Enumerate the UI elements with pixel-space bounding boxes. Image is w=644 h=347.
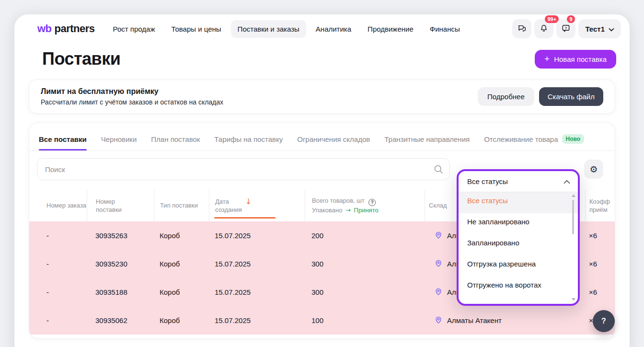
banner-text: Лимит на бесплатную приёмку Рассчитали л… [41, 87, 223, 106]
status-option[interactable]: Идёт приёмка [459, 298, 578, 306]
cell-total-items: 200 [305, 231, 425, 240]
nav-item[interactable]: Продвижение [361, 20, 420, 38]
cell-supply-number: 30935263 [87, 231, 154, 240]
new-supply-label: Новая поставка [554, 55, 607, 63]
location-pin-icon [434, 315, 443, 325]
download-file-button[interactable]: Скачать файл [539, 87, 603, 106]
tab[interactable]: План поставок [151, 135, 200, 150]
support-button[interactable]: ? 9 [556, 19, 575, 38]
warehouse-name: Алматы Атакент [447, 316, 502, 324]
help-floating-button[interactable]: ? [593, 310, 615, 332]
table-row[interactable]: - 30935062 Короб 15.07.2025 100 Алматы А… [29, 306, 615, 335]
page-title: Поставки [42, 49, 120, 69]
cell-created-date: 15.07.2025 [209, 316, 305, 324]
notifications-button[interactable]: 99+ [534, 19, 553, 38]
banner-title: Лимит на бесплатную приёмку [41, 87, 223, 96]
nav-item[interactable]: Аналитика [309, 20, 358, 38]
col-header-supply-type: Тип поставки [154, 189, 209, 221]
col-header-supply-number: Номер поставки [87, 189, 154, 221]
col-header-coefficient: Коэфф приём [585, 189, 615, 221]
tab[interactable]: Черновики [101, 135, 137, 150]
tab-label: Все поставки [39, 135, 87, 143]
cell-order-number: - [29, 316, 87, 324]
cell-created-date: 15.07.2025 [209, 288, 305, 296]
table-settings-button[interactable]: ⚙ [584, 160, 603, 179]
gear-icon: ⚙ [589, 164, 598, 174]
col-header-created-date[interactable]: Дата ↓ создания [209, 189, 305, 221]
cell-supply-type: Короб [154, 231, 209, 240]
status-options-list: Все статусы Не запланировано Запланирова… [459, 192, 578, 306]
tab[interactable]: Все поставки [39, 135, 87, 150]
banner-actions: Подробнее Скачать файл [478, 87, 603, 106]
status-selected-label: Все статусы [467, 177, 508, 185]
logo-wb-text: wb [37, 23, 52, 35]
location-pin-icon [434, 259, 443, 269]
account-menu-button[interactable]: Тест1 [578, 19, 621, 38]
sort-down-icon: ↓ [245, 197, 252, 206]
cell-supply-type: Короб [154, 288, 209, 296]
support-badge: 9 [567, 15, 575, 23]
messages-button[interactable] [512, 19, 531, 38]
col-header-total-items: Всего товаров, шт ? Упаковано → Принято [305, 189, 425, 221]
cell-warehouse: Алматы Атакент [425, 315, 585, 325]
new-supply-button[interactable]: + Новая поставка [535, 50, 616, 69]
cell-coefficient: ×6 [585, 231, 615, 240]
status-select[interactable]: Все статусы [459, 171, 578, 192]
nav-item[interactable]: Поставки и заказы [231, 20, 306, 38]
free-acceptance-limit-banner: Лимит на бесплатную приёмку Рассчитали л… [29, 80, 615, 114]
top-actions: 99+ ? 9 Тест1 [512, 19, 621, 38]
wb-partners-logo: wb partners [37, 23, 95, 35]
chat-icon [517, 23, 527, 35]
dropdown-scrollbar[interactable] [571, 193, 576, 302]
cell-total-items: 300 [305, 260, 425, 268]
cell-supply-type: Короб [154, 316, 209, 324]
scrollbar-thumb[interactable] [572, 200, 574, 234]
cell-order-number: - [29, 231, 87, 240]
cell-coefficient: ×6 [585, 288, 615, 296]
tab[interactable]: Отслеживание товара Ново [484, 135, 584, 150]
nav-item[interactable]: Рост продаж [106, 20, 162, 38]
page-title-row: Поставки + Новая поставка [14, 43, 630, 80]
arrow-right-icon: → [345, 207, 351, 214]
account-name: Тест1 [585, 25, 605, 33]
tab[interactable]: Ограничения складов [297, 135, 370, 150]
details-button[interactable]: Подробнее [478, 87, 534, 106]
top-navigation-bar: wb partners Рост продаж Товары и цены По… [14, 14, 630, 43]
sort-active-underline [214, 217, 276, 219]
nav-item[interactable]: Товары и цены [164, 20, 228, 38]
cell-created-date: 15.07.2025 [209, 231, 305, 240]
scroll-down-arrow-icon[interactable] [572, 298, 575, 301]
cell-total-items: 300 [305, 288, 425, 296]
status-option[interactable]: Все статусы [459, 192, 578, 213]
tab-new-badge: Ново [562, 134, 585, 144]
chevron-up-icon [564, 177, 570, 185]
status-option[interactable]: Отгрузка разрешена [459, 255, 578, 277]
tab-label: Черновики [101, 135, 137, 143]
main-nav: Рост продаж Товары и цены Поставки и зак… [106, 20, 467, 38]
cell-order-number: - [29, 288, 87, 296]
status-option[interactable]: Отгружено на воротах [459, 277, 578, 298]
search-icon [434, 164, 443, 176]
question-circle-icon[interactable]: ? [368, 199, 376, 206]
tab-label: Отслеживание товара [484, 135, 558, 143]
search-input[interactable] [37, 158, 450, 180]
tab[interactable]: Транзитные направления [384, 135, 470, 150]
scroll-up-arrow-icon[interactable] [572, 194, 575, 197]
banner-subtitle: Рассчитали лимит с учётом заказов и оста… [41, 98, 223, 106]
cell-supply-number: 30935062 [87, 316, 154, 324]
status-option[interactable]: Не запланировано [459, 213, 578, 234]
cell-coefficient: ×6 [585, 260, 615, 268]
nav-item[interactable]: Финансы [423, 20, 467, 38]
svg-text:?: ? [565, 25, 567, 30]
app-window: wb partners Рост продаж Товары и цены По… [14, 14, 630, 347]
tab-label: Тарифы на поставку [214, 135, 283, 143]
status-filter-dropdown: Все статусы Все статусы Не запланировано… [457, 169, 580, 306]
cell-created-date: 15.07.2025 [209, 260, 305, 268]
cell-total-items: 100 [305, 316, 425, 324]
plus-icon: + [544, 55, 550, 63]
status-option[interactable]: Запланировано [459, 234, 578, 255]
tab[interactable]: Тарифы на поставку [214, 135, 283, 150]
supplies-tabs: Все поставки Черновики План поставок Тар… [29, 123, 615, 151]
tab-label: Транзитные направления [384, 135, 470, 143]
cell-supply-number: 30935230 [87, 260, 154, 268]
